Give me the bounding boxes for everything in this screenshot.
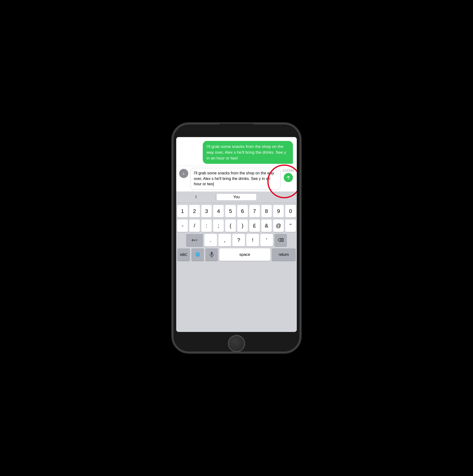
key-open-paren[interactable]: ( bbox=[225, 220, 236, 232]
message-text: I'll grab some snacks from the shop on t… bbox=[207, 144, 286, 160]
key-colon[interactable]: : bbox=[201, 220, 212, 232]
key-slash[interactable]: / bbox=[189, 220, 200, 232]
svg-rect-0 bbox=[211, 252, 213, 255]
send-button[interactable] bbox=[284, 173, 293, 182]
key-7[interactable]: 7 bbox=[249, 205, 260, 218]
keyboard-row-more: #+= . , ? ! ' ⌫ bbox=[177, 234, 296, 246]
expand-button[interactable]: › bbox=[179, 169, 188, 178]
key-6[interactable]: 6 bbox=[237, 205, 248, 218]
message-input-area: › I'll grab some snacks from the shop on… bbox=[176, 166, 297, 191]
key-0[interactable]: 0 bbox=[285, 205, 296, 218]
key-microphone[interactable] bbox=[205, 248, 218, 261]
key-abc[interactable]: ABC bbox=[177, 248, 190, 261]
key-period[interactable]: . bbox=[204, 234, 217, 246]
keyboard-row-bottom: ABC 🌐 space return bbox=[177, 248, 296, 261]
character-count: 113/160 bbox=[283, 169, 294, 172]
key-5[interactable]: 5 bbox=[225, 205, 236, 218]
send-area: 113/160 bbox=[283, 169, 294, 182]
key-comma[interactable]: , bbox=[218, 234, 231, 246]
key-pound[interactable]: £ bbox=[249, 220, 260, 232]
backspace-button[interactable]: ⌫ bbox=[274, 234, 287, 246]
phone-speaker bbox=[220, 124, 253, 129]
key-3[interactable]: 3 bbox=[201, 205, 212, 218]
key-8[interactable]: 8 bbox=[261, 205, 272, 218]
message-input-field[interactable]: I'll grab some snacks from the shop on t… bbox=[190, 168, 281, 189]
home-button[interactable] bbox=[228, 335, 245, 352]
key-4[interactable]: 4 bbox=[213, 205, 224, 218]
key-return[interactable]: return bbox=[272, 248, 296, 261]
key-space[interactable]: space bbox=[219, 248, 270, 261]
phone-screen: I'll grab some snacks from the shop on t… bbox=[176, 137, 297, 332]
key-1[interactable]: 1 bbox=[177, 205, 188, 218]
messages-area: I'll grab some snacks from the shop on t… bbox=[176, 137, 297, 166]
key-semicolon[interactable]: ; bbox=[213, 220, 224, 232]
key-ampersand[interactable]: & bbox=[261, 220, 272, 232]
key-2[interactable]: 2 bbox=[189, 205, 200, 218]
predictive-item-1[interactable]: I bbox=[176, 194, 216, 200]
key-question[interactable]: ? bbox=[232, 234, 245, 246]
key-exclamation[interactable]: ! bbox=[246, 234, 259, 246]
key-9[interactable]: 9 bbox=[273, 205, 284, 218]
key-quote[interactable]: " bbox=[285, 220, 296, 232]
predictive-item-3[interactable] bbox=[257, 196, 297, 198]
key-globe[interactable]: 🌐 bbox=[191, 248, 204, 261]
key-close-paren[interactable]: ) bbox=[237, 220, 248, 232]
keyboard-row-numbers: 1 2 3 4 5 6 7 8 9 0 bbox=[177, 205, 296, 218]
predictive-text-bar: I You bbox=[176, 191, 297, 203]
text-cursor bbox=[213, 182, 214, 187]
key-apostrophe[interactable]: ' bbox=[260, 234, 273, 246]
key-at[interactable]: @ bbox=[273, 220, 284, 232]
backspace-icon: ⌫ bbox=[278, 238, 284, 243]
predictive-item-2[interactable]: You bbox=[217, 194, 256, 200]
message-bubble-outgoing: I'll grab some snacks from the shop on t… bbox=[203, 141, 293, 164]
globe-icon: 🌐 bbox=[195, 252, 200, 257]
phone-bottom-area bbox=[228, 332, 245, 352]
phone-device: I'll grab some snacks from the shop on t… bbox=[171, 122, 302, 354]
input-text: I'll grab some snacks from the shop on t… bbox=[194, 171, 274, 186]
key-hash-plus-equals[interactable]: #+= bbox=[186, 234, 203, 246]
keyboard: 1 2 3 4 5 6 7 8 9 0 - / : ; ( ) £ & bbox=[176, 203, 297, 332]
microphone-icon bbox=[210, 252, 214, 257]
keyboard-row-symbols: - / : ; ( ) £ & @ " bbox=[177, 220, 296, 232]
key-minus[interactable]: - bbox=[177, 220, 188, 232]
